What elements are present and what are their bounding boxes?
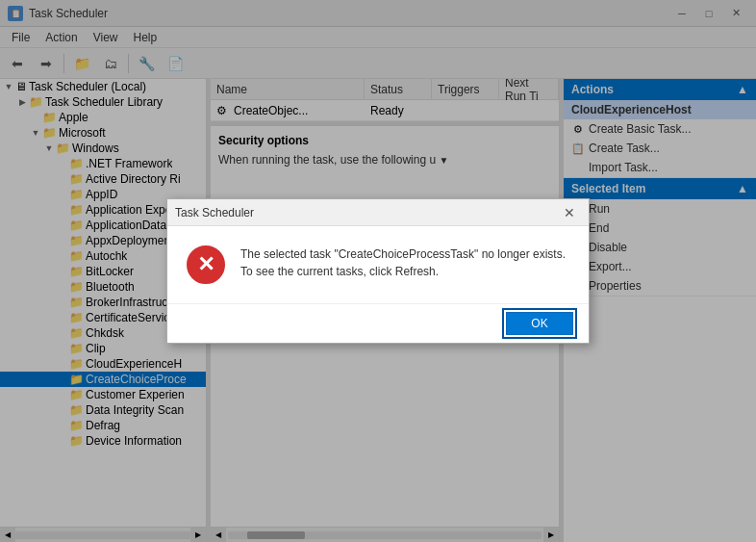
- modal-body: ✕ The selected task "CreateChoiceProcess…: [167, 226, 589, 303]
- modal-ok-button[interactable]: OK: [506, 312, 573, 335]
- error-icon: ✕: [187, 245, 225, 284]
- modal-footer: OK: [167, 303, 589, 343]
- modal-close-button[interactable]: ✕: [558, 203, 581, 222]
- modal-title-bar: Task Scheduler ✕: [167, 199, 589, 226]
- modal-title: Task Scheduler: [175, 206, 254, 219]
- modal-overlay: Task Scheduler ✕ ✕ The selected task "Cr…: [0, 0, 756, 542]
- modal-message: The selected task "CreateChoiceProcessTa…: [240, 245, 569, 280]
- modal-dialog: Task Scheduler ✕ ✕ The selected task "Cr…: [166, 198, 590, 344]
